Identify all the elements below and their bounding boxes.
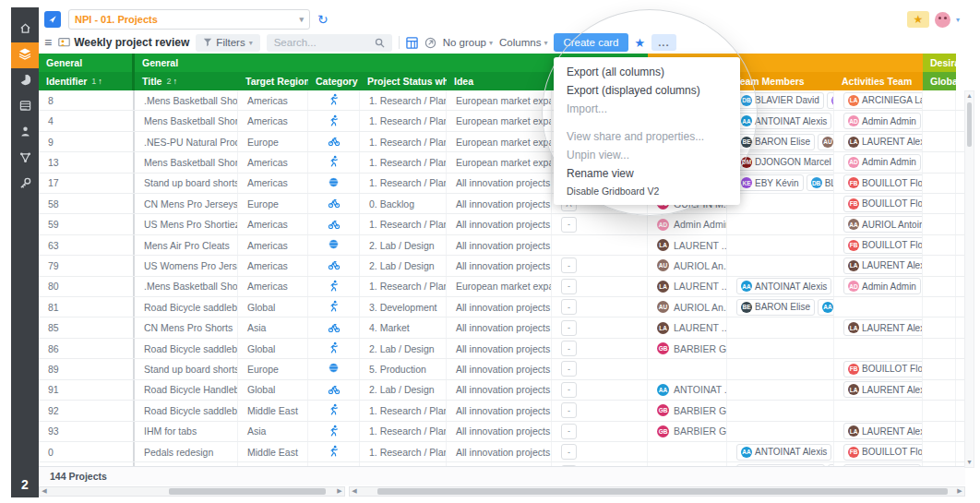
cell-identifier[interactable]: 91 [39, 380, 135, 400]
rocket-icon[interactable] [44, 11, 61, 28]
cell-project-status[interactable]: 1. Research / Plan [360, 132, 447, 151]
cell-project-manager[interactable] [648, 442, 727, 461]
cell-identifier[interactable]: 79 [39, 256, 135, 275]
cell-project-status[interactable]: 1. Research / Plan [360, 174, 447, 193]
cell-target-region[interactable]: Americas [238, 90, 308, 110]
cell-idea[interactable]: European market expansion [447, 152, 552, 172]
cell-project-manager[interactable]: LALAURENT ... [648, 277, 727, 296]
cell-title[interactable]: US Womens Pro Jerseys [135, 256, 238, 275]
cell-activities-team[interactable]: ADAdmin AdminLALAU [834, 277, 923, 296]
cell-score[interactable]: - [552, 422, 648, 441]
sidebar-item-home[interactable] [11, 17, 39, 42]
cell-project-status[interactable]: 0. Backlog [360, 462, 447, 466]
cell-title[interactable]: CN Mens Pro Shorts [135, 317, 238, 337]
cell-project-manager[interactable]: BYBeautier Yo... [648, 462, 727, 466]
cell-title[interactable]: .Mens Basketball Shorts [135, 277, 238, 296]
cell-identifier[interactable]: 9 [39, 132, 135, 151]
cell-category[interactable] [308, 339, 360, 358]
cell-project-manager[interactable]: AUAURIOL An... [648, 256, 727, 275]
cell-team-members[interactable] [727, 422, 834, 441]
share-link-icon[interactable] [424, 37, 436, 49]
cell-global[interactable] [923, 339, 956, 358]
cell-category[interactable] [308, 132, 360, 151]
cell-project-status[interactable]: 1. Research / Plan [360, 401, 447, 420]
filters-button[interactable]: Filters ▾ [196, 34, 259, 52]
cell-team-members[interactable] [727, 317, 834, 337]
cell-project-status[interactable]: 4. Market [360, 317, 447, 337]
hamburger-menu-icon[interactable]: ≡ [44, 35, 52, 50]
cell-score[interactable]: - [552, 297, 648, 317]
cell-idea[interactable]: All innovation projects [447, 214, 552, 234]
cell-team-members[interactable] [727, 359, 834, 378]
cell-target-region[interactable]: Europe [238, 462, 308, 466]
column-header-members[interactable]: Team Members [727, 72, 834, 90]
cell-global[interactable] [923, 359, 956, 378]
cell-global[interactable] [923, 401, 956, 420]
cell-title[interactable]: Mens Basketball Shorts [135, 152, 238, 172]
cell-project-manager[interactable]: GBBARBIER G... [648, 339, 727, 358]
cell-idea[interactable]: All innovation projects [447, 297, 552, 317]
cell-project-status[interactable]: 1. Research / Plan [360, 152, 447, 172]
cell-identifier[interactable]: 93 [39, 422, 135, 441]
workspace-select[interactable]: NPI - 01. Projects ▾ [68, 9, 310, 30]
cell-identifier[interactable]: 89 [39, 359, 135, 378]
cell-identifier[interactable]: 58 [39, 194, 135, 213]
cell-activities-team[interactable]: FBBOUILLOT FlorianLAL [834, 442, 923, 461]
cell-category[interactable] [308, 317, 360, 337]
cell-identifier[interactable]: 86 [39, 339, 135, 358]
cell-global[interactable] [923, 152, 956, 172]
cell-target-region[interactable]: Europe [238, 359, 308, 378]
cell-global[interactable] [923, 194, 956, 213]
cell-identifier[interactable]: 13 [39, 152, 135, 172]
cell-project-status[interactable]: 1. Research / Plan [360, 90, 447, 110]
cell-project-manager[interactable] [648, 359, 727, 378]
cell-target-region[interactable]: Europe [238, 194, 308, 213]
cell-title[interactable]: .Road Bicycle Pedals Re ... [135, 462, 238, 466]
menu-item-4[interactable]: Unpin view... [554, 146, 740, 164]
cell-idea[interactable]: All innovation projects [447, 317, 552, 337]
scroll-up-icon[interactable]: ▲ [966, 91, 973, 101]
cell-idea[interactable]: European market expansion [447, 462, 552, 466]
cell-idea[interactable]: All innovation projects [447, 401, 552, 420]
cell-team-members[interactable]: DBBLAVIER DavidKEEBY Kévin [727, 90, 834, 110]
cell-title[interactable]: Road Bicycle saddlebags [135, 297, 238, 317]
cell-title[interactable]: Stand up board shorts [135, 359, 238, 378]
cell-target-region[interactable]: Europe [238, 132, 308, 151]
pin-view-star-icon[interactable]: ★ [635, 36, 646, 50]
cell-team-members[interactable] [727, 339, 834, 358]
scroll-down-icon[interactable]: ▼ [966, 458, 973, 467]
cell-target-region[interactable]: Middle East [238, 442, 308, 461]
cell-category[interactable] [308, 297, 360, 317]
cell-category[interactable] [308, 277, 360, 296]
cell-project-manager[interactable]: GBBARBIER G... [648, 422, 727, 441]
cell-project-status[interactable]: 5. Production [360, 359, 447, 378]
cell-activities-team[interactable]: LALAURENT AlexandreBYB [834, 256, 923, 275]
cell-team-members[interactable] [727, 235, 834, 255]
cell-title[interactable]: US Mens Pro Shortiez Soc... [135, 214, 238, 234]
cell-category[interactable] [308, 235, 360, 255]
right-pane-hscrollbar[interactable]: ◀ ▶ [349, 486, 965, 497]
cell-category[interactable] [308, 90, 360, 110]
cell-project-status[interactable]: 2. Lab / Design [360, 256, 447, 275]
sidebar-item-pie-chart[interactable] [11, 68, 39, 94]
cell-category[interactable] [308, 422, 360, 441]
cell-title[interactable]: Mens Air Pro Cleats [135, 235, 238, 255]
cell-global[interactable] [923, 462, 956, 466]
columns-button[interactable]: Columns▾ [499, 37, 547, 48]
cell-identifier[interactable]: 0 [39, 442, 135, 461]
cell-activities-team[interactable] [834, 401, 923, 420]
cell-global[interactable] [923, 235, 956, 255]
cell-project-manager[interactable]: AAANTOINAT ... [648, 380, 727, 400]
cell-activities-team[interactable]: LALAURENT AlexandreBYB [834, 380, 923, 400]
cell-global[interactable] [923, 90, 956, 110]
cell-score[interactable]: - [552, 256, 648, 275]
cell-team-members[interactable] [727, 256, 834, 275]
cell-identifier[interactable]: 4 [39, 111, 135, 130]
cell-activities-team[interactable]: ADAdmin AdminAUAUI [834, 462, 923, 466]
cell-activities-team[interactable]: LAARCINIEGA LaurenceLALAURENT [834, 90, 923, 110]
cell-target-region[interactable]: Americas [238, 235, 308, 255]
cell-score[interactable]: - [552, 359, 648, 378]
cell-team-members[interactable]: BEBARON EliseAUAUR [727, 132, 834, 151]
cell-category[interactable] [308, 462, 360, 466]
cell-title[interactable]: CN Mens Pro Jerseys [135, 194, 238, 213]
